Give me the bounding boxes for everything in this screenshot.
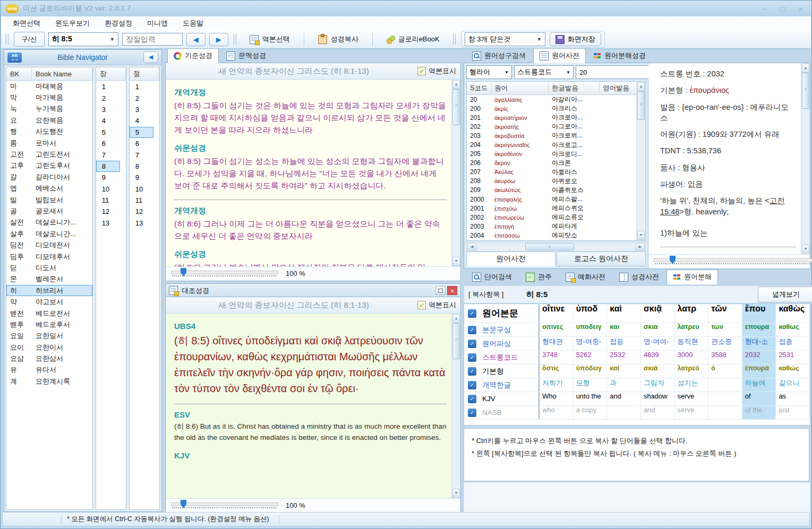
horizontal-scrollbar[interactable]: ◀ ‖ ▶ xyxy=(466,242,646,252)
tab-original-dictionary[interactable]: 원어사전 xyxy=(533,48,586,63)
verse-row[interactable]: 13 xyxy=(130,218,153,229)
column-header-english[interactable]: 영어발음 xyxy=(600,82,637,94)
scroll-up-button[interactable]: ▲ xyxy=(452,80,460,89)
chapter-row[interactable]: 13 xyxy=(96,218,120,229)
window-preset-combo[interactable]: 창 3개 닫은것 ▼ xyxy=(465,32,545,46)
scroll-thumb[interactable]: ‖ xyxy=(525,243,574,250)
screen-save-button[interactable]: 화면저장 xyxy=(550,32,601,46)
vertical-scrollbar[interactable]: ▲ = ▼ xyxy=(451,80,460,266)
chapter-row[interactable]: 8 xyxy=(96,161,120,172)
compare-verse-content[interactable]: UBS4 (히 8:5) οἵτινες ὑποδείγματι καὶ σκι… xyxy=(166,314,460,498)
collapse-panel-button[interactable]: ◀ xyxy=(143,51,158,63)
chapter-row[interactable]: 1 xyxy=(96,81,120,92)
row-checkbox[interactable]: ✓ xyxy=(464,365,480,378)
column-header-book-name[interactable]: Book Name xyxy=(32,67,92,80)
chapter-row[interactable]: 7 xyxy=(96,149,120,160)
checkbox-checked-icon[interactable]: ✓ xyxy=(417,67,426,75)
book-row[interactable]: 빌 빌립보서 xyxy=(6,194,92,205)
tab-original-parse[interactable]: 원어분해 xyxy=(666,270,718,284)
book-row[interactable]: 살전 데살로니가... xyxy=(6,217,92,228)
tab-bible-dictionary[interactable]: 성경사전 xyxy=(613,270,665,284)
book-row[interactable]: 눅 누가복음 xyxy=(6,103,92,115)
scroll-down-button[interactable]: ▼ xyxy=(637,231,645,240)
scroll-up-button[interactable]: ▲ xyxy=(452,314,460,323)
ot-nt-toggle-button[interactable]: 구/신 xyxy=(14,32,45,47)
chapter-row[interactable]: 4 xyxy=(96,115,120,126)
dictionary-row[interactable]: 201 ἀκροατήριον 아크로아... xyxy=(467,113,637,122)
wide-view-button[interactable]: 넓게보기 xyxy=(758,287,812,302)
verse-row[interactable]: 2 xyxy=(130,92,153,103)
book-row[interactable]: 고후 고린도후서 xyxy=(6,160,92,171)
verse-row[interactable]: 11 xyxy=(130,195,153,206)
verse-row[interactable]: 9 xyxy=(130,172,153,183)
maximize-button[interactable]: □ xyxy=(777,4,788,13)
column-header-word[interactable]: 원어 xyxy=(491,82,549,94)
scroll-right-button[interactable]: ▶ xyxy=(636,243,645,250)
chapter-row[interactable]: 2 xyxy=(96,92,120,103)
dictionary-row[interactable]: 2004 ἐπιτάσσω 에피탓소 xyxy=(467,231,637,240)
dictionary-row[interactable]: 2001 ἐπισχύω 에피스퀴오 xyxy=(467,204,637,213)
tab-illustration-dictionary[interactable]: 예화사전 xyxy=(559,270,612,284)
verse-row[interactable]: 6 xyxy=(130,138,153,149)
scroll-thumb[interactable]: = xyxy=(452,89,460,125)
scroll-left-button[interactable]: ◀ xyxy=(467,243,476,250)
menu-item[interactable]: 환경설정 xyxy=(97,16,140,30)
dictionary-row[interactable]: 2003 ἐπιταγή 에피타게 xyxy=(467,222,637,231)
column-header-scode[interactable]: S코드 xyxy=(467,82,491,94)
menu-item[interactable]: 도움말 xyxy=(175,16,211,30)
dictionary-row[interactable]: 202 ἀκροατής 아그로아... xyxy=(467,122,637,131)
close-button[interactable]: × xyxy=(796,4,806,13)
chapter-row[interactable]: 5 xyxy=(96,127,120,138)
verse-row[interactable]: 4 xyxy=(130,115,153,126)
chapter-row[interactable]: 3 xyxy=(96,104,120,115)
minimize-button[interactable]: − xyxy=(759,4,770,13)
tab-word-search[interactable]: 단어검색 xyxy=(466,270,518,284)
column-header-bk[interactable]: BK xyxy=(6,67,32,80)
book-row[interactable]: 엡 에베소서 xyxy=(6,183,92,194)
glory-ebook-button[interactable]: 글로리eBooK xyxy=(379,32,448,47)
row-checkbox[interactable]: ✓ xyxy=(464,304,480,323)
chapter-row[interactable]: 10 xyxy=(96,184,120,195)
vertical-scrollbar[interactable]: ▲ = ▼ xyxy=(636,82,645,240)
book-row[interactable]: 히 히브리서 xyxy=(6,285,92,296)
close-panel-button[interactable]: x xyxy=(447,286,457,295)
code-type-combo[interactable]: 스트롱코드 ▼ xyxy=(514,65,574,79)
book-row[interactable]: 행 사도행전 xyxy=(6,126,92,137)
verse-input[interactable] xyxy=(122,33,183,46)
show-versions-toggle[interactable]: ✓ 역본표시 xyxy=(417,66,456,76)
book-row[interactable]: 롬 로마서 xyxy=(6,137,92,149)
zoom-slider-track[interactable] xyxy=(171,271,278,274)
vertical-scrollbar[interactable]: ▲ = ▼ xyxy=(451,314,460,498)
zoom-slider-track[interactable] xyxy=(171,502,278,506)
tab-original-dictionary-source[interactable]: 원어사전 xyxy=(466,252,555,266)
chapter-row[interactable]: 11 xyxy=(96,195,120,206)
chapter-row[interactable]: 6 xyxy=(96,138,120,149)
book-row[interactable]: 막 마가복음 xyxy=(6,92,92,103)
book-row[interactable]: 몬 벨레몬서 xyxy=(6,274,92,285)
book-row[interactable]: 요삼 요한삼서 xyxy=(6,353,92,364)
dictionary-row[interactable]: 205 ἀκροθίνιον 아크로디... xyxy=(467,150,637,159)
restore-button[interactable] xyxy=(435,286,446,295)
dictionary-row[interactable]: 203 ἀκροβυστία 아크로뷔... xyxy=(467,131,637,140)
verse-row[interactable]: 12 xyxy=(130,206,153,217)
dictionary-row[interactable]: 209 ἀκωλύτως 아콜뤼토스 xyxy=(467,186,637,195)
toolbar-grip[interactable] xyxy=(453,34,456,45)
verse-row[interactable]: 1 xyxy=(130,81,153,92)
column-header-korean[interactable]: 한글발음 xyxy=(549,82,600,94)
dictionary-row[interactable]: 200 ἀκρίς 아크리스 xyxy=(467,104,637,113)
scroll-up-button[interactable]: ▲ xyxy=(802,64,809,73)
tab-standard-bible[interactable]: 기준성경 xyxy=(167,48,219,63)
scroll-thumb[interactable]: = xyxy=(637,91,645,120)
version-select-button[interactable]: 역본선택 xyxy=(242,32,298,47)
back-button[interactable]: ◀ xyxy=(186,33,206,46)
book-row[interactable]: 계 요한계시록 xyxy=(6,376,92,387)
dictionary-row[interactable]: 206 ἄκρον 아크론 xyxy=(467,159,637,168)
menu-item[interactable]: 미니앱 xyxy=(140,16,175,30)
tab-logos-dictionary-source[interactable]: 로고스 원어사전 xyxy=(557,252,646,266)
zoom-slider-track[interactable] xyxy=(654,258,812,262)
chapter-row[interactable]: 12 xyxy=(96,206,120,217)
verse-row[interactable]: 3 xyxy=(130,104,153,115)
book-row[interactable]: 요이 요한이서 xyxy=(6,342,92,353)
scroll-thumb[interactable]: = xyxy=(452,323,460,359)
menu-item[interactable]: 화면선택 xyxy=(5,16,48,30)
